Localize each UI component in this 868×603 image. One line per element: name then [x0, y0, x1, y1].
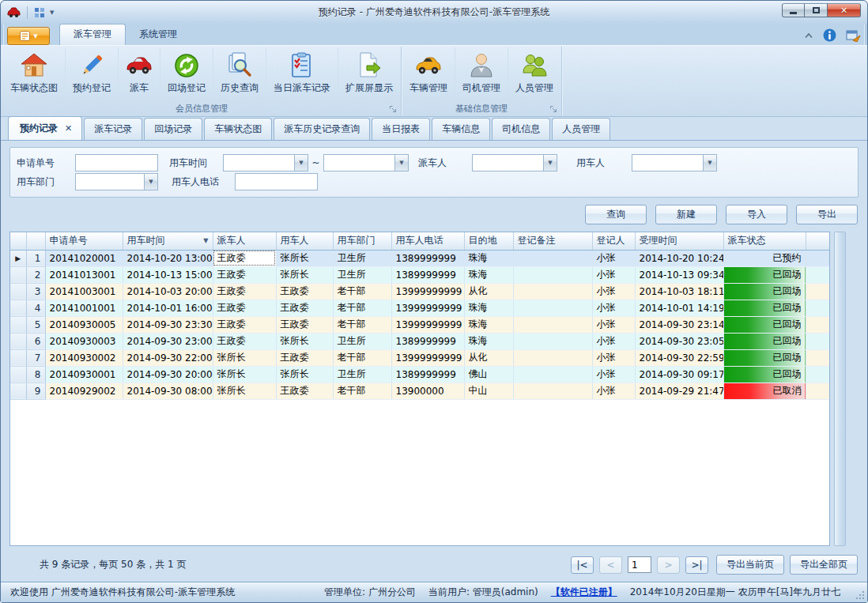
- cell-用车部门[interactable]: 老干部: [333, 316, 391, 333]
- cell-用车部门[interactable]: 老干部: [333, 300, 391, 316]
- row-indicator-cell[interactable]: [10, 349, 26, 366]
- cell-用车时间[interactable]: 2014-10-13 15:00: [123, 266, 213, 283]
- row-indicator-cell[interactable]: [10, 283, 26, 300]
- dispatcher-combo[interactable]: ▼: [472, 154, 557, 171]
- document-tab-预约记录[interactable]: 预约记录✕: [8, 116, 82, 140]
- document-tab-司机信息[interactable]: 司机信息: [492, 118, 550, 140]
- close-button[interactable]: ✕: [828, 3, 861, 17]
- cell-目的地[interactable]: 珠海: [464, 250, 513, 266]
- 新建-button[interactable]: 新建: [655, 205, 717, 224]
- document-tab-人员管理[interactable]: 人员管理: [552, 118, 610, 140]
- layout-grid-icon[interactable]: [34, 7, 45, 18]
- user-phone-input[interactable]: [235, 173, 318, 190]
- column-header-申请单号[interactable]: 申请单号: [45, 232, 123, 250]
- cell-目的地[interactable]: 珠海: [464, 316, 513, 333]
- cell-登记人[interactable]: 小张: [592, 349, 635, 366]
- resize-grip[interactable]: [856, 591, 864, 599]
- car-user-combo[interactable]: ▼: [632, 154, 717, 171]
- row-indicator-header[interactable]: [10, 232, 26, 250]
- cell-目的地[interactable]: 中山: [464, 383, 513, 399]
- selected-row-arrow-icon[interactable]: ▶: [10, 250, 26, 266]
- cell-登记人[interactable]: 小张: [592, 266, 635, 283]
- cell-受理时间[interactable]: 2014-10-20 10:24: [635, 250, 723, 266]
- cell-派车状态[interactable]: 已回场: [723, 316, 806, 333]
- cell-受理时间[interactable]: 2014-09-30 23:14: [635, 316, 723, 333]
- use-time-to-combo[interactable]: ▼: [323, 154, 409, 171]
- combo-dropdown-icon[interactable]: ▼: [543, 155, 557, 171]
- ribbon-tab-2[interactable]: 系统管理: [126, 24, 191, 45]
- cell-登记备注[interactable]: [513, 366, 592, 383]
- cell-登记备注[interactable]: [513, 283, 592, 300]
- cell-目的地[interactable]: 珠海: [464, 266, 513, 283]
- document-tab-派车记录[interactable]: 派车记录: [84, 118, 142, 140]
- info-icon[interactable]: [823, 28, 836, 42]
- document-tab-派车历史记录查询[interactable]: 派车历史记录查询: [274, 118, 370, 140]
- cell-派车状态[interactable]: 已回场: [723, 266, 806, 283]
- ribbon-button-派车[interactable]: 派车: [119, 47, 160, 101]
- cell-登记人[interactable]: 小张: [592, 283, 635, 300]
- cell-用车人[interactable]: 王政委: [276, 383, 333, 399]
- export-all-pages-button[interactable]: 导出全部页: [790, 555, 858, 575]
- page-number-input[interactable]: [628, 556, 651, 573]
- apply-no-input[interactable]: [75, 154, 158, 171]
- cell-用车部门[interactable]: 卫生所: [333, 250, 391, 266]
- license-registered-link[interactable]: 【软件已注册】: [551, 586, 617, 599]
- cell-用车人[interactable]: 张所长: [276, 333, 333, 349]
- cell-登记人[interactable]: 小张: [592, 366, 635, 383]
- cell-派车人[interactable]: 王政委: [213, 300, 276, 316]
- ribbon-button-车辆状态图[interactable]: 车辆状态图: [3, 47, 66, 101]
- cell-目的地[interactable]: 珠海: [464, 300, 513, 316]
- row-number-cell[interactable]: 7: [26, 349, 45, 366]
- column-header-受理时间[interactable]: 受理时间: [635, 232, 723, 250]
- column-header-登记备注[interactable]: 登记备注: [513, 232, 592, 250]
- ribbon-button-扩展屏显示[interactable]: 扩展屏显示: [338, 47, 400, 101]
- cell-派车人[interactable]: 王政委: [213, 266, 276, 283]
- quick-access-dropdown-icon[interactable]: ▼: [50, 9, 54, 16]
- cell-派车状态[interactable]: 已回场: [723, 349, 806, 366]
- table-row[interactable]: 5201409300052014-09-30 23:30王政委王政委老干部139…: [10, 316, 829, 333]
- cell-派车状态[interactable]: 已回场: [723, 333, 806, 349]
- cell-目的地[interactable]: 佛山: [464, 366, 513, 383]
- cell-派车人[interactable]: 王政委: [213, 333, 276, 349]
- cell-受理时间[interactable]: 2014-09-30 09:17: [635, 366, 723, 383]
- cell-用车时间[interactable]: 2014-09-30 23:00: [123, 333, 213, 349]
- table-row[interactable]: 8201409300012014-09-30 20:00张所长张所长卫生所138…: [10, 366, 829, 383]
- cell-用车时间[interactable]: 2014-09-30 20:00: [123, 366, 213, 383]
- document-tab-车辆状态图[interactable]: 车辆状态图: [204, 118, 272, 140]
- cell-目的地[interactable]: 从化: [464, 349, 513, 366]
- cell-申请单号[interactable]: 20140930005: [45, 316, 123, 333]
- cell-申请单号[interactable]: 20140930003: [45, 333, 123, 349]
- cell-派车人[interactable]: 张所长: [213, 349, 276, 366]
- dialog-launcher-icon[interactable]: [549, 105, 557, 113]
- cell-目的地[interactable]: 从化: [464, 283, 513, 300]
- cell-派车状态[interactable]: 已回场: [723, 300, 806, 316]
- cell-登记人[interactable]: 小张: [592, 383, 635, 399]
- cell-登记备注[interactable]: [513, 349, 592, 366]
- row-indicator-cell[interactable]: [10, 316, 26, 333]
- last-page-button[interactable]: >|: [685, 556, 708, 574]
- cell-登记人[interactable]: 小张: [592, 250, 635, 266]
- use-time-from-combo[interactable]: ▼: [223, 154, 308, 171]
- row-number-header[interactable]: [26, 232, 45, 250]
- close-tab-icon[interactable]: ✕: [65, 123, 72, 134]
- cell-用车人电话[interactable]: 13999999999: [391, 283, 464, 300]
- cell-用车人[interactable]: 王政委: [276, 300, 333, 316]
- cell-登记人[interactable]: 小张: [592, 300, 635, 316]
- ribbon-collapse-chevron-icon[interactable]: [804, 32, 813, 39]
- ribbon-button-当日派车记录[interactable]: 当日派车记录: [266, 47, 338, 101]
- cell-派车状态[interactable]: 已回场: [723, 283, 806, 300]
- cell-受理时间[interactable]: 2014-10-03 18:11: [635, 283, 723, 300]
- cell-申请单号[interactable]: 20141003001: [45, 283, 123, 300]
- cell-用车人[interactable]: 张所长: [276, 366, 333, 383]
- 查询-button[interactable]: 查询: [585, 205, 647, 224]
- cell-用车人电话[interactable]: 1389999999: [391, 266, 464, 283]
- cell-受理时间[interactable]: 2014-10-01 14:19: [635, 300, 723, 316]
- first-page-button[interactable]: |<: [571, 556, 594, 574]
- cell-用车部门[interactable]: 卫生所: [333, 333, 391, 349]
- row-indicator-cell[interactable]: [10, 366, 26, 383]
- cell-登记备注[interactable]: [513, 266, 592, 283]
- 导出-button[interactable]: 导出: [796, 205, 858, 224]
- cell-用车人电话[interactable]: 13999999999: [391, 316, 464, 333]
- cell-派车人[interactable]: 王政委: [213, 316, 276, 333]
- cell-用车人电话[interactable]: 13999999999: [391, 349, 464, 366]
